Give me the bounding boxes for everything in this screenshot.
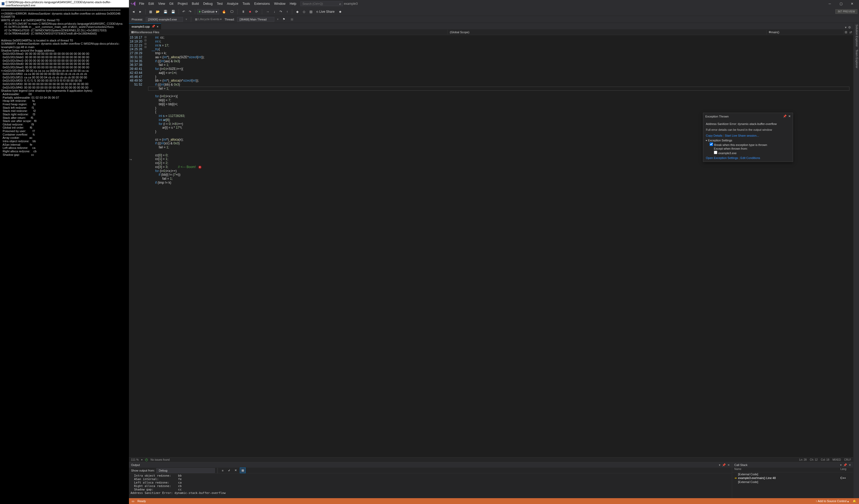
tool-icon-2[interactable]: ◇ [301, 9, 306, 14]
code-editor[interactable]: 15 16 17 18 19 20 21 22 23 24 25 26 27 2… [129, 35, 853, 457]
callstack-row[interactable]: [External Code] [732, 472, 853, 476]
menu-help[interactable]: Help [288, 1, 299, 7]
save-button[interactable]: 💾 [162, 9, 169, 14]
copy-details-link[interactable]: Copy Details [706, 134, 722, 137]
show-next-button[interactable]: → [265, 9, 271, 14]
pin-icon[interactable]: 📌 [722, 463, 726, 467]
callstack-body[interactable]: [External Code]➜example3.exe!main() Line… [732, 472, 853, 498]
tab-dropdown-icon[interactable]: ▾ [845, 26, 846, 29]
output-clear-icon[interactable]: ✕ [233, 468, 238, 473]
menu-project[interactable]: Project [176, 1, 190, 7]
flag-icon[interactable]: ⚑ [281, 17, 287, 22]
close-button[interactable]: ✕ [847, 1, 857, 7]
continue-button[interactable]: Continue ▾ [197, 9, 219, 14]
tool-icon-3[interactable]: ▤ [308, 9, 314, 14]
dropdown-icon[interactable]: ▾ [216, 10, 217, 14]
nav-back-button[interactable]: ◄ [131, 9, 136, 14]
process-dropdown[interactable]: [26908] example3.exe [146, 17, 183, 22]
zoom-dropdown-icon[interactable]: ▾ [141, 458, 142, 461]
exception-title: Exception Thrown [705, 115, 729, 118]
start-live-share-link[interactable]: Start Live Share session... [725, 134, 759, 137]
code-body[interactable]: int cc; int i; int k = 17; __try{ tmp = … [148, 35, 853, 457]
team-explorer-tab[interactable]: Team Explorer [854, 49, 858, 68]
restart-button[interactable]: ⟳ [254, 9, 259, 14]
tab-settings-icon[interactable]: ⚙ [848, 26, 851, 29]
except-item-checkbox[interactable]: example3.exe [714, 152, 737, 155]
search-input[interactable] [300, 1, 343, 6]
notifications-icon[interactable]: 🔔 [853, 500, 856, 503]
close-exception-button[interactable]: ✕ [788, 114, 791, 118]
nav-project-dropdown[interactable]: ▦ Miscellaneous Files [129, 30, 448, 34]
solution-explorer-tab[interactable]: Solution Explorer [854, 25, 858, 47]
panel-position-icon[interactable]: ▾ [719, 463, 721, 467]
nav-member-dropdown[interactable]: ⊕ main() [767, 30, 844, 34]
open-button[interactable]: 📂 [154, 9, 161, 14]
menu-git[interactable]: Git [167, 1, 176, 7]
status-bar: ▭ Ready ↑ Add to Source Control ▴ 🔔 [129, 498, 859, 504]
zoom-label[interactable]: 111 % [131, 458, 138, 461]
menu-analyze[interactable]: Analyze [225, 1, 241, 7]
close-panel-button[interactable]: ✕ [727, 463, 730, 467]
exception-settings-head[interactable]: Exception Settings [708, 139, 732, 142]
menu-extensions[interactable]: Extensions [252, 1, 272, 7]
edit-conditions-link[interactable]: Edit Conditions [740, 156, 760, 159]
split-icon[interactable]: ⊞ [844, 30, 848, 34]
add-source-control-button[interactable]: ↑ Add to Source Control ▴ [816, 500, 849, 503]
pin-icon[interactable]: 📌 [783, 114, 787, 118]
console-title-text: C:\MSDN\cpp-docs-pr\docs\c-language\ASAN… [5, 1, 127, 7]
break-all-button[interactable]: ⏸ [240, 9, 246, 14]
menu-view[interactable]: View [156, 1, 167, 7]
live-share-label: Live Share [319, 10, 334, 14]
stop-button[interactable]: ■ [248, 9, 252, 14]
menu-edit[interactable]: Edit [146, 1, 156, 7]
tool-icon-1[interactable]: ◆ [295, 9, 300, 14]
menu-window[interactable]: Window [272, 1, 288, 7]
output-tool-icon[interactable]: ≡ [221, 468, 225, 473]
pin-icon[interactable]: 📌 [843, 463, 847, 467]
lifecycle-button[interactable]: ▦ Lifecycle Events ▾ [195, 17, 222, 21]
callstack-row[interactable]: [External Code] [732, 480, 853, 484]
step-into-button[interactable]: ↓ [272, 9, 276, 14]
output-body[interactable]: Intra object redzone: bb ASan internal: … [129, 473, 732, 498]
redo-button[interactable]: ↷ [187, 9, 193, 14]
document-tabs: example3.cpp 📌 × ▾ ⚙ [129, 23, 853, 29]
nav-fwd-button[interactable]: ► [137, 9, 143, 14]
save-all-button[interactable]: 💾 [170, 9, 177, 14]
menu-tools[interactable]: Tools [240, 1, 252, 7]
step-out-button[interactable]: ↑ [285, 9, 289, 14]
menu-debug[interactable]: Debug [201, 1, 214, 7]
pin-icon[interactable]: 📌 [152, 25, 155, 28]
step-over-button[interactable]: ↷ [278, 9, 283, 14]
menu-test[interactable]: Test [215, 1, 225, 7]
stack-frame-icon[interactable]: ▦ [289, 17, 295, 22]
output-panel: Output ▾ 📌 ✕ Show output from: Debug ≡ ↲ [129, 462, 732, 498]
menu-build[interactable]: Build [190, 1, 201, 7]
menu-file[interactable]: File [137, 1, 146, 7]
close-tab-button[interactable]: × [157, 25, 159, 28]
search-icon[interactable]: ⌕ [339, 2, 341, 5]
output-toggle-icon[interactable]: ▦ [240, 468, 246, 473]
tab-example3[interactable]: example3.cpp 📌 × [129, 24, 161, 29]
open-exception-settings-link[interactable]: Open Exception Settings [706, 156, 738, 159]
live-share-button[interactable]: ⎋ Live Share [315, 10, 336, 14]
thread-dropdown[interactable]: [36468] Main Thread [237, 17, 274, 22]
minimize-button[interactable]: ─ [825, 1, 835, 7]
output-source-dropdown[interactable]: Debug [156, 468, 215, 473]
process-label: Process: [132, 18, 143, 21]
browser-button[interactable]: 🖵 [229, 9, 235, 14]
close-panel-button[interactable]: ✕ [849, 463, 851, 467]
new-button[interactable]: ▦ [148, 9, 153, 14]
hot-reload-button[interactable]: 🔥 [221, 9, 227, 14]
maximize-button[interactable]: ▢ [835, 1, 846, 7]
swap-icon[interactable]: ⇄ [848, 30, 853, 34]
folding-column[interactable]: ⊟ ⊟ ⊟ ⊟ [145, 35, 148, 457]
undo-button[interactable]: ↶ [181, 9, 186, 14]
char-label: Ch: 12 [810, 458, 817, 461]
callstack-row[interactable]: ➜example3.exe!main() Line 48C++ [732, 476, 853, 480]
panel-position-icon[interactable]: ▾ [840, 463, 842, 467]
nav-scope-dropdown[interactable]: (Global Scope) [448, 30, 767, 34]
break-checkbox[interactable]: Break when this exception type is thrown [710, 143, 767, 147]
output-wordwrap-icon[interactable]: ↲ [227, 468, 231, 473]
feedback-button[interactable]: ☻ [337, 9, 343, 14]
tab-toolbar: ▾ ⚙ [843, 26, 853, 29]
